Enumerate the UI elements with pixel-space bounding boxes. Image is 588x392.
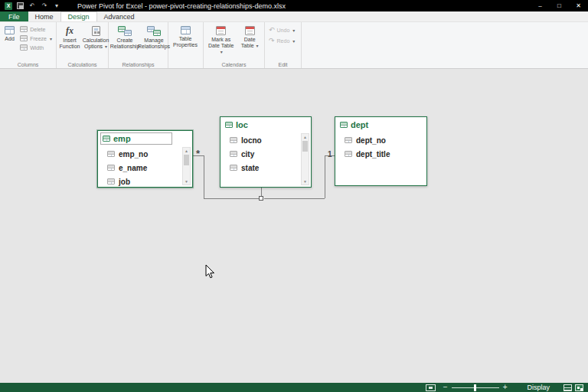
create-relationship-button[interactable]: Create Relationship xyxy=(111,24,139,60)
undo-icon[interactable]: ↶ xyxy=(28,2,36,10)
relationship-connector-icon[interactable] xyxy=(259,196,263,201)
table-icon xyxy=(225,122,233,128)
column-icon xyxy=(345,151,352,157)
save-icon[interactable] xyxy=(17,2,24,9)
window-title: Power Pivot for Excel - power-pivot-crea… xyxy=(77,2,286,10)
add-column-icon xyxy=(5,26,15,34)
scrollbar[interactable]: ▲ ▼ xyxy=(182,147,191,185)
table-name[interactable]: emp xyxy=(113,134,131,143)
scroll-thumb[interactable] xyxy=(184,155,189,165)
redo-icon[interactable]: ↷ xyxy=(41,2,48,10)
add-column-button[interactable]: Add xyxy=(2,24,17,60)
table-header-loc[interactable]: loc xyxy=(220,117,311,132)
manage-relationships-button[interactable]: Manage Relationships xyxy=(140,24,168,60)
excel-app-icon: X xyxy=(5,2,12,10)
scroll-track[interactable] xyxy=(183,154,190,178)
relationship-line-to-loc[interactable] xyxy=(261,188,262,196)
diagram-view-icon[interactable] xyxy=(575,384,583,391)
minimize-button[interactable]: – xyxy=(531,0,550,11)
diagram-view-canvas[interactable]: * 1 emp emp_no e_name xyxy=(0,69,588,383)
column-width-icon xyxy=(20,44,28,51)
mark-as-date-table-button[interactable]: Mark as Date Table ▾ xyxy=(206,24,236,60)
tab-home[interactable]: Home xyxy=(28,11,60,21)
scroll-down-icon[interactable]: ▼ xyxy=(303,178,307,185)
field-label: city xyxy=(241,150,254,158)
ribbon-group-table-properties: Table Properties xyxy=(168,22,204,68)
tab-file[interactable]: File xyxy=(0,11,28,21)
fit-to-window-icon[interactable] xyxy=(426,384,436,391)
table-field-dept_no[interactable]: dept_no xyxy=(335,133,426,147)
column-icon xyxy=(107,151,115,157)
field-label: dept_no xyxy=(356,136,386,145)
table-properties-button[interactable]: Table Properties xyxy=(171,24,200,60)
zoom-out-button[interactable]: − xyxy=(443,384,448,391)
zoom-slider-thumb[interactable] xyxy=(474,384,476,391)
insert-function-label: Insert Function xyxy=(60,38,80,50)
table-field-city[interactable]: city xyxy=(220,147,311,161)
freeze-column-button[interactable]: Freeze ▾ xyxy=(18,34,54,42)
group-label-calculations: Calculations xyxy=(57,62,108,67)
table-field-e_name[interactable]: e_name xyxy=(98,161,192,175)
calculation-options-button[interactable]: Calculation Options ▾ xyxy=(82,24,109,60)
zoom-in-button[interactable]: + xyxy=(503,384,508,391)
quick-access-dropdown-icon[interactable]: ▾ xyxy=(53,2,60,10)
zoom-slider[interactable] xyxy=(452,384,499,391)
relationship-line-dept-loc[interactable] xyxy=(325,155,325,198)
field-list: emp_no e_name job xyxy=(98,146,192,188)
date-table-button[interactable]: Date Table ▾ xyxy=(237,24,262,60)
dropdown-arrow-icon: ▾ xyxy=(50,36,52,41)
insert-function-button[interactable]: fx Insert Function xyxy=(59,24,80,60)
close-button[interactable]: ✕ xyxy=(569,0,588,11)
relationship-line-emp-loc[interactable] xyxy=(204,155,204,198)
view-switcher xyxy=(564,384,583,391)
table-name[interactable]: dept xyxy=(351,120,368,129)
undo-arrow-icon: ↶ xyxy=(269,26,275,34)
redo-button[interactable]: ↷ Redo ▾ xyxy=(267,36,296,45)
dropdown-arrow-icon: ▾ xyxy=(220,50,223,54)
grid-view-icon[interactable] xyxy=(564,384,572,391)
relationship-line-dept-loc[interactable] xyxy=(264,198,325,199)
column-width-button[interactable]: Width xyxy=(18,44,54,51)
scroll-up-icon[interactable]: ▲ xyxy=(185,148,188,154)
scrollbar[interactable]: ▲ ▼ xyxy=(301,133,309,185)
scroll-up-icon[interactable]: ▲ xyxy=(303,134,307,140)
column-icon xyxy=(107,165,115,171)
tab-design[interactable]: Design xyxy=(60,11,97,21)
table-field-job[interactable]: job xyxy=(98,175,192,188)
zoom-control: − + xyxy=(443,384,508,391)
table-field-locno[interactable]: locno xyxy=(220,133,311,147)
diagram-table-dept[interactable]: dept dept_no dept_title xyxy=(335,116,427,186)
ribbon-group-columns: Add Delete Freeze ▾ Width Columns xyxy=(0,22,57,68)
ribbon-group-calculations: fx Insert Function Calculation Options ▾… xyxy=(57,22,109,68)
delete-column-button[interactable]: Delete xyxy=(18,25,54,33)
maximize-button[interactable]: □ xyxy=(550,0,569,11)
redo-label: Redo xyxy=(277,38,290,44)
scroll-track[interactable] xyxy=(302,140,309,178)
diagram-table-emp[interactable]: emp emp_no e_name job ▲ xyxy=(97,130,193,188)
scroll-down-icon[interactable]: ▼ xyxy=(185,178,188,185)
diagram-table-loc[interactable]: loc locno city state ▲ ▼ xyxy=(220,116,312,188)
redo-arrow-icon: ↷ xyxy=(269,37,275,44)
column-icon xyxy=(230,137,237,143)
table-name[interactable]: loc xyxy=(236,120,248,129)
dropdown-arrow-icon: ▾ xyxy=(256,44,259,48)
table-field-state[interactable]: state xyxy=(220,161,311,175)
tab-advanced[interactable]: Advanced xyxy=(97,11,142,21)
table-header-dept[interactable]: dept xyxy=(335,117,426,132)
manage-relationships-label: Manage Relationships xyxy=(138,38,170,50)
dropdown-arrow-icon: ▾ xyxy=(292,28,295,33)
relationship-line-emp-loc[interactable] xyxy=(204,198,259,199)
table-header-emp[interactable]: emp xyxy=(98,131,192,146)
table-field-dept_title[interactable]: dept_title xyxy=(335,147,426,161)
table-properties-icon xyxy=(181,26,191,34)
field-list: dept_no dept_title xyxy=(335,132,426,161)
table-field-emp_no[interactable]: emp_no xyxy=(98,147,192,161)
field-label: e_name xyxy=(119,164,147,172)
scroll-thumb[interactable] xyxy=(302,141,308,152)
undo-button[interactable]: ↶ Undo ▾ xyxy=(267,25,296,34)
date-table-label: Date Table xyxy=(241,37,256,48)
table-name-editbox[interactable]: emp xyxy=(100,132,172,145)
insert-function-icon: fx xyxy=(66,26,74,36)
mark-as-date-table-icon xyxy=(216,26,226,35)
freeze-column-label: Freeze xyxy=(30,36,47,41)
